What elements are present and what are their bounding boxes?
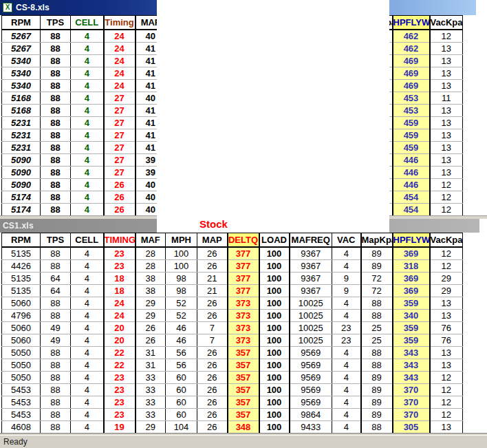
column-header-timing[interactable]: Timing xyxy=(104,16,136,30)
cell-hpflyw[interactable]: 453 xyxy=(393,105,430,117)
cell-map[interactable]: 26 xyxy=(197,260,228,273)
cell-rpm[interactable]: 5090 xyxy=(2,167,41,179)
cell-rpm[interactable]: 5231 xyxy=(2,117,41,129)
cell-vackpa[interactable]: 12 xyxy=(430,30,463,43)
cell-load[interactable]: 100 xyxy=(259,322,290,334)
cell-timing[interactable]: 27 xyxy=(104,92,136,105)
cell-timing[interactable]: 22 xyxy=(104,347,136,359)
cell-mph[interactable]: 98 xyxy=(166,285,197,297)
cell-mafreq[interactable]: 9569 xyxy=(290,396,332,409)
cell-tps[interactable]: 88 xyxy=(41,396,71,409)
cell-tps[interactable]: 88 xyxy=(41,92,71,105)
cell-vackpa[interactable]: 12 xyxy=(430,179,463,191)
cell-vac[interactable]: 4 xyxy=(332,359,361,372)
cell-maf[interactable]: 26 xyxy=(136,334,166,347)
cell-hpflyw[interactable]: 462 xyxy=(393,43,430,55)
cell-mafreq[interactable]: 10025 xyxy=(290,322,332,334)
cell-tps[interactable]: 88 xyxy=(41,117,71,129)
cell-map[interactable]: 26 xyxy=(197,396,228,409)
cell-maf[interactable]: 38 xyxy=(136,273,166,285)
cell-timing[interactable]: 22 xyxy=(104,359,136,372)
cell-mph[interactable]: 52 xyxy=(166,310,197,322)
cell-hpflyw[interactable]: 469 xyxy=(393,67,430,80)
column-header-mph[interactable]: MPH xyxy=(166,233,197,248)
cell-mapkpa[interactable]: 89 xyxy=(361,396,393,409)
cell-cell[interactable]: 4 xyxy=(71,105,104,117)
cell-vackpa[interactable]: 12 xyxy=(430,191,463,204)
cell-tps[interactable]: 88 xyxy=(41,43,71,55)
cell-load[interactable]: 100 xyxy=(259,247,290,260)
cell-hpflyw[interactable]: 305 xyxy=(393,421,430,434)
cell-timing[interactable]: 27 xyxy=(104,129,136,142)
cell-load[interactable]: 100 xyxy=(259,372,290,384)
cell-vac[interactable]: 4 xyxy=(332,310,361,322)
cell-cell[interactable]: 4 xyxy=(71,260,104,273)
cell-timing[interactable]: 23 xyxy=(104,409,136,421)
cell-tps[interactable]: 88 xyxy=(41,347,71,359)
cell-hpflyw[interactable]: 359 xyxy=(393,297,430,310)
cell-hpflyw[interactable]: 318 xyxy=(393,260,430,273)
cell-rpm[interactable]: 5231 xyxy=(2,142,41,154)
column-header-hpflyw[interactable]: HPFLYW xyxy=(393,16,430,30)
cell-hpflyw[interactable]: 343 xyxy=(393,347,430,359)
cell-cell[interactable]: 4 xyxy=(71,372,104,384)
cell-mapkpa[interactable]: 25 xyxy=(361,334,393,347)
cell-map[interactable]: 21 xyxy=(197,273,228,285)
cell-mph[interactable]: 56 xyxy=(166,359,197,372)
cell-mph[interactable]: 60 xyxy=(166,372,197,384)
cell-maf[interactable]: 28 xyxy=(136,260,166,273)
cell-mafreq[interactable]: 9864 xyxy=(290,409,332,421)
cell-mapkpa[interactable]: 88 xyxy=(361,359,393,372)
cell-vackpa[interactable]: 13 xyxy=(430,347,463,359)
column-header-cell[interactable]: CELL xyxy=(71,233,104,248)
cell-rpm[interactable]: 5340 xyxy=(2,67,41,80)
cell-vac[interactable]: 4 xyxy=(332,297,361,310)
cell-map[interactable]: 26 xyxy=(197,421,228,434)
cell-load[interactable]: 100 xyxy=(259,359,290,372)
cell-rpm[interactable]: 5340 xyxy=(2,80,41,92)
cell-vackpa[interactable]: 12 xyxy=(430,247,463,260)
cell-vac[interactable]: 4 xyxy=(332,260,361,273)
cell-map[interactable]: 26 xyxy=(197,409,228,421)
cell-tps[interactable]: 64 xyxy=(41,273,71,285)
cell-map[interactable]: 26 xyxy=(197,359,228,372)
cell-timing[interactable]: 27 xyxy=(104,154,136,167)
cell-map[interactable]: 26 xyxy=(197,310,228,322)
cell-timing[interactable]: 18 xyxy=(104,273,136,285)
cell-rpm[interactable]: 5060 xyxy=(2,322,41,334)
cell-hpflyw[interactable]: 459 xyxy=(393,117,430,129)
cell-hpflyw[interactable]: 340 xyxy=(393,310,430,322)
cell-tps[interactable]: 88 xyxy=(41,67,71,80)
cell-cell[interactable]: 4 xyxy=(71,67,104,80)
cell-timing[interactable]: 24 xyxy=(104,310,136,322)
cell-tps[interactable]: 88 xyxy=(41,191,71,204)
cell-mafreq[interactable]: 9367 xyxy=(290,247,332,260)
cell-rpm[interactable]: 5135 xyxy=(2,285,41,297)
cell-hpflyw[interactable]: 370 xyxy=(393,396,430,409)
cell-vackpa[interactable]: 12 xyxy=(430,260,463,273)
cell-maf[interactable]: 29 xyxy=(136,421,166,434)
cell-mapkpa[interactable]: 89 xyxy=(361,372,393,384)
cell-map[interactable]: 26 xyxy=(197,372,228,384)
cell-vackpa[interactable]: 13 xyxy=(430,67,463,80)
cell-mapkpa[interactable]: 72 xyxy=(361,285,393,297)
cell-rpm[interactable]: 5453 xyxy=(2,384,41,396)
cell-mph[interactable]: 52 xyxy=(166,297,197,310)
cell-cell[interactable]: 4 xyxy=(71,80,104,92)
cell-rpm[interactable]: 5174 xyxy=(2,204,41,216)
cell-mafreq[interactable]: 9569 xyxy=(290,359,332,372)
cell-timing[interactable]: 24 xyxy=(104,30,136,43)
cell-vac[interactable]: 4 xyxy=(332,372,361,384)
cell-vackpa[interactable]: 13 xyxy=(430,55,463,67)
cell-tps[interactable]: 88 xyxy=(41,384,71,396)
cell-vac[interactable]: 4 xyxy=(332,347,361,359)
cell-tps[interactable]: 88 xyxy=(41,359,71,372)
cell-tps[interactable]: 88 xyxy=(41,142,71,154)
cell-cell[interactable]: 4 xyxy=(71,154,104,167)
column-header-vackpa[interactable]: VacKpa xyxy=(430,16,463,30)
cell-rpm[interactable]: 5168 xyxy=(2,105,41,117)
column-header-maf[interactable]: MAF xyxy=(136,233,166,248)
cell-cell[interactable]: 4 xyxy=(71,334,104,347)
cell-vackpa[interactable]: 13 xyxy=(430,142,463,154)
cell-tps[interactable]: 88 xyxy=(41,167,71,179)
